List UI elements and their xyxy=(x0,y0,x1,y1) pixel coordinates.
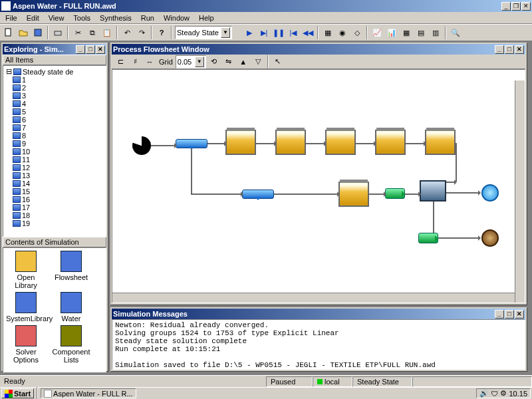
fs-tool-snap[interactable]: ↔ xyxy=(143,55,156,68)
splitter-block-2[interactable] xyxy=(242,190,274,199)
tray-icon[interactable]: ⚙ xyxy=(500,389,507,398)
messages-minimize[interactable]: _ xyxy=(495,310,504,319)
stream[interactable] xyxy=(446,192,479,194)
tree-item[interactable]: 10 xyxy=(5,148,104,156)
restore-button[interactable]: ❐ xyxy=(511,2,521,11)
grid-icon-2[interactable]: ▤ xyxy=(414,26,428,39)
stream[interactable] xyxy=(456,143,457,182)
explorer-minimize[interactable]: _ xyxy=(76,45,85,54)
messages-maximize[interactable]: □ xyxy=(505,310,514,319)
tree-item[interactable]: 12 xyxy=(5,164,104,172)
chart-icon-1[interactable]: 📈 xyxy=(370,26,384,39)
minimize-button[interactable]: _ xyxy=(501,2,511,11)
flowsheet-scrollbar-h[interactable] xyxy=(112,293,515,303)
tree-item[interactable]: 3 xyxy=(5,92,104,100)
tree-item[interactable]: 18 xyxy=(5,211,104,219)
help-button[interactable]: ? xyxy=(155,26,168,39)
stream[interactable] xyxy=(438,237,479,239)
stream[interactable] xyxy=(306,143,325,144)
run-button[interactable]: ▶ xyxy=(243,26,256,39)
save-button[interactable] xyxy=(31,26,45,39)
stream[interactable] xyxy=(356,143,375,144)
stream[interactable] xyxy=(207,143,225,144)
grid-icon-1[interactable]: ▦ xyxy=(400,26,413,39)
clarifier-block[interactable] xyxy=(420,180,446,201)
pump-block-2[interactable] xyxy=(418,233,438,243)
tree-item[interactable]: 4 xyxy=(5,100,104,108)
system-tray[interactable]: 🔊 🛡 ⚙ 10.15 xyxy=(476,388,531,398)
tool-icon-2[interactable]: ◉ xyxy=(336,26,349,39)
tree-root-label[interactable]: Steady state de xyxy=(23,68,73,76)
stream[interactable] xyxy=(191,148,192,195)
flowsheet-titlebar[interactable]: Process Flowsheet Window _ □ ✕ xyxy=(112,44,525,55)
skip-back-button[interactable]: |◀ xyxy=(287,26,300,39)
mode-combo[interactable]: Steady State ▼ xyxy=(175,26,232,39)
cut-button[interactable]: ✂ xyxy=(71,26,84,39)
tank-block-3[interactable] xyxy=(325,130,356,155)
tray-icon[interactable]: 🛡 xyxy=(491,390,498,398)
copy-button[interactable]: ⧉ xyxy=(86,26,99,39)
tank-block-6[interactable] xyxy=(338,182,369,207)
fs-tool-front[interactable]: ▲ xyxy=(237,55,250,68)
fs-tool-rotate[interactable]: ⟲ xyxy=(207,55,221,68)
menu-synthesis[interactable]: Synthesis xyxy=(96,13,136,23)
tree-item[interactable]: 13 xyxy=(5,172,104,180)
messages-close[interactable]: ✕ xyxy=(515,310,524,319)
tree-item[interactable]: 19 xyxy=(5,219,104,227)
chart-icon-2[interactable]: 📊 xyxy=(385,26,398,39)
stream[interactable] xyxy=(369,194,385,195)
explorer-tree[interactable]: ⊟ Steady state de 1 2 3 4 5 6 7 8 9 10 1… xyxy=(3,65,106,237)
tree-item[interactable]: 2 xyxy=(5,84,104,92)
contents-icon[interactable]: SystemLibrary xyxy=(6,292,46,323)
tree-item[interactable]: 9 xyxy=(5,140,104,148)
waste-sink-block[interactable] xyxy=(481,229,499,247)
menu-help[interactable]: Help xyxy=(195,13,218,23)
redo-button[interactable]: ↷ xyxy=(135,26,148,39)
flowsheet-canvas[interactable] xyxy=(112,70,525,303)
stream[interactable] xyxy=(433,201,434,233)
contents-icon[interactable]: Component Lists xyxy=(51,325,91,364)
tray-icon[interactable]: 🔊 xyxy=(479,389,489,398)
explorer-titlebar[interactable]: Exploring - Sim... _ □ ✕ xyxy=(3,44,106,55)
menu-window[interactable]: Window xyxy=(160,13,194,23)
stream[interactable] xyxy=(405,194,420,195)
tank-block-5[interactable] xyxy=(425,130,456,155)
flowsheet-scrollbar-v[interactable] xyxy=(515,80,525,303)
contents-icon[interactable]: Open Library xyxy=(6,251,46,289)
product-sink-block[interactable] xyxy=(481,184,499,201)
tree-item[interactable]: 14 xyxy=(5,180,104,188)
tank-block-2[interactable] xyxy=(275,130,306,155)
tree-expand-icon[interactable]: ⊟ xyxy=(6,67,12,76)
contents-icon[interactable]: Water xyxy=(51,292,91,323)
flowsheet-close[interactable]: ✕ xyxy=(515,45,524,54)
contents-icon[interactable]: Solver Options xyxy=(6,325,46,364)
pause-button[interactable]: ❚❚ xyxy=(272,26,285,39)
close-button[interactable]: ✕ xyxy=(521,2,531,11)
fs-pointer-tool[interactable]: ↖ xyxy=(271,55,285,68)
menu-tools[interactable]: Tools xyxy=(69,13,94,23)
tree-item[interactable]: 7 xyxy=(5,124,104,132)
fs-tool-flip[interactable]: ⇋ xyxy=(222,55,235,68)
tank-block-1[interactable] xyxy=(225,130,256,155)
fs-tool-back[interactable]: ▽ xyxy=(251,55,265,68)
open-button[interactable] xyxy=(17,26,30,39)
tool-icon-1[interactable]: ▦ xyxy=(321,26,334,39)
tree-item[interactable]: 8 xyxy=(5,132,104,140)
messages-body[interactable]: Newton: Residual already converged. Solv… xyxy=(112,319,525,370)
step-button[interactable]: ▶| xyxy=(257,26,271,39)
grid-icon-3[interactable]: ▥ xyxy=(429,26,442,39)
tree-item[interactable]: 5 xyxy=(5,108,104,116)
tree-item[interactable]: 15 xyxy=(5,188,104,196)
messages-titlebar[interactable]: Simulation Messages _ □ ✕ xyxy=(112,309,525,319)
tree-item[interactable]: 6 xyxy=(5,116,104,124)
stream[interactable] xyxy=(256,143,275,144)
zoom-button[interactable]: 🔍 xyxy=(449,26,462,39)
undo-button[interactable]: ↶ xyxy=(120,26,134,39)
start-button[interactable]: Start xyxy=(1,388,34,398)
fs-tool-grid[interactable]: ♯ xyxy=(128,55,142,68)
menu-edit[interactable]: Edit xyxy=(23,13,43,23)
flowsheet-maximize[interactable]: □ xyxy=(505,45,514,54)
menu-run[interactable]: Run xyxy=(137,13,158,23)
stream[interactable] xyxy=(151,145,176,146)
tree-item[interactable]: 1 xyxy=(5,76,104,84)
